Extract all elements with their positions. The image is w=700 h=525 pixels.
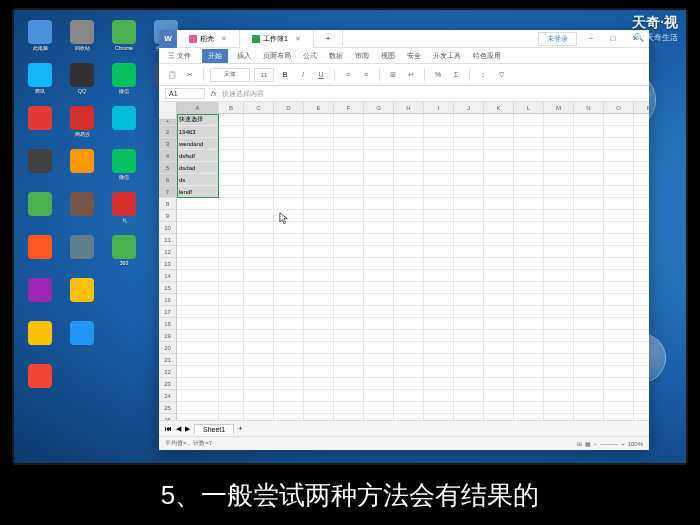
cell[interactable] bbox=[394, 306, 424, 318]
cell[interactable] bbox=[424, 414, 454, 420]
cell[interactable] bbox=[424, 198, 454, 210]
cell[interactable] bbox=[244, 390, 274, 402]
desktop-icon[interactable] bbox=[106, 278, 142, 318]
cell[interactable] bbox=[454, 402, 484, 414]
align-center-icon[interactable]: ≡ bbox=[359, 68, 373, 82]
cell[interactable] bbox=[574, 234, 604, 246]
cell[interactable] bbox=[484, 210, 514, 222]
cell[interactable] bbox=[244, 222, 274, 234]
cell[interactable] bbox=[604, 306, 634, 318]
zoom-in-icon[interactable]: + bbox=[621, 441, 625, 447]
cell[interactable] bbox=[334, 414, 364, 420]
cell[interactable] bbox=[514, 378, 544, 390]
cell[interactable] bbox=[544, 210, 574, 222]
view-normal-icon[interactable]: ⊞ bbox=[577, 440, 582, 447]
wps-logo-icon[interactable]: W bbox=[159, 30, 177, 48]
cell[interactable] bbox=[544, 246, 574, 258]
row-header[interactable]: 26 bbox=[159, 414, 176, 420]
cell[interactable] bbox=[394, 198, 424, 210]
cell[interactable] bbox=[177, 294, 219, 306]
cell[interactable] bbox=[544, 126, 574, 138]
cell[interactable] bbox=[244, 414, 274, 420]
cell[interactable] bbox=[394, 234, 424, 246]
cell[interactable] bbox=[394, 114, 424, 126]
cell[interactable] bbox=[454, 414, 484, 420]
cell[interactable] bbox=[484, 390, 514, 402]
cell[interactable] bbox=[274, 378, 304, 390]
cell[interactable] bbox=[454, 186, 484, 198]
cell[interactable] bbox=[544, 138, 574, 150]
cell[interactable] bbox=[604, 126, 634, 138]
cell[interactable] bbox=[454, 210, 484, 222]
cell[interactable] bbox=[454, 366, 484, 378]
cell[interactable] bbox=[364, 210, 394, 222]
cell[interactable] bbox=[634, 294, 649, 306]
cell[interactable] bbox=[274, 174, 304, 186]
cell[interactable] bbox=[484, 150, 514, 162]
cell[interactable] bbox=[177, 402, 219, 414]
cell[interactable] bbox=[544, 270, 574, 282]
cell[interactable] bbox=[634, 174, 649, 186]
cell[interactable] bbox=[244, 258, 274, 270]
sum-icon[interactable]: Σ bbox=[449, 68, 463, 82]
zoom-out-icon[interactable]: − bbox=[594, 441, 598, 447]
cell[interactable] bbox=[394, 318, 424, 330]
column-header[interactable]: N bbox=[574, 102, 604, 113]
cell[interactable] bbox=[364, 114, 394, 126]
cell[interactable] bbox=[544, 342, 574, 354]
maximize-button[interactable]: □ bbox=[603, 32, 623, 46]
cell[interactable] bbox=[219, 402, 244, 414]
cell[interactable] bbox=[394, 354, 424, 366]
cell[interactable] bbox=[219, 378, 244, 390]
cell[interactable] bbox=[544, 162, 574, 174]
cell[interactable] bbox=[364, 162, 394, 174]
cell[interactable] bbox=[514, 174, 544, 186]
cell[interactable] bbox=[574, 270, 604, 282]
desktop-icon[interactable]: 微信 bbox=[106, 63, 142, 103]
column-header[interactable]: O bbox=[604, 102, 634, 113]
cell[interactable] bbox=[634, 378, 649, 390]
cell[interactable] bbox=[394, 414, 424, 420]
cell[interactable] bbox=[274, 366, 304, 378]
cell[interactable] bbox=[574, 258, 604, 270]
cell[interactable] bbox=[604, 414, 634, 420]
cell[interactable] bbox=[544, 306, 574, 318]
cell[interactable] bbox=[514, 282, 544, 294]
cell[interactable] bbox=[334, 258, 364, 270]
zoom-level[interactable]: 100% bbox=[628, 441, 643, 447]
cell[interactable] bbox=[304, 270, 334, 282]
cell[interactable] bbox=[454, 198, 484, 210]
cell[interactable] bbox=[394, 366, 424, 378]
cell[interactable] bbox=[244, 174, 274, 186]
cell[interactable] bbox=[604, 150, 634, 162]
cell[interactable] bbox=[424, 342, 454, 354]
cell[interactable] bbox=[177, 270, 219, 282]
minimize-button[interactable]: − bbox=[581, 32, 601, 46]
cell[interactable] bbox=[634, 114, 649, 126]
cell[interactable]: 19463 bbox=[177, 126, 219, 138]
cell[interactable] bbox=[544, 150, 574, 162]
cell[interactable] bbox=[454, 222, 484, 234]
cell[interactable] bbox=[334, 378, 364, 390]
row-header[interactable]: 18 bbox=[159, 318, 176, 330]
cell[interactable] bbox=[484, 198, 514, 210]
cell[interactable] bbox=[244, 270, 274, 282]
cell[interactable] bbox=[177, 342, 219, 354]
row-header[interactable]: 6 bbox=[159, 174, 176, 186]
cell[interactable] bbox=[334, 270, 364, 282]
row-header[interactable]: 4 bbox=[159, 150, 176, 162]
cell[interactable] bbox=[274, 282, 304, 294]
cell[interactable] bbox=[544, 354, 574, 366]
cell[interactable] bbox=[244, 294, 274, 306]
cell[interactable] bbox=[364, 342, 394, 354]
cell[interactable] bbox=[177, 378, 219, 390]
cell[interactable] bbox=[304, 234, 334, 246]
cell[interactable] bbox=[484, 282, 514, 294]
cell[interactable] bbox=[334, 294, 364, 306]
cell[interactable] bbox=[544, 234, 574, 246]
cell[interactable] bbox=[219, 270, 244, 282]
cell[interactable] bbox=[304, 390, 334, 402]
cell[interactable] bbox=[604, 378, 634, 390]
cell[interactable] bbox=[274, 342, 304, 354]
menu-item[interactable]: 页面布局 bbox=[260, 49, 294, 63]
